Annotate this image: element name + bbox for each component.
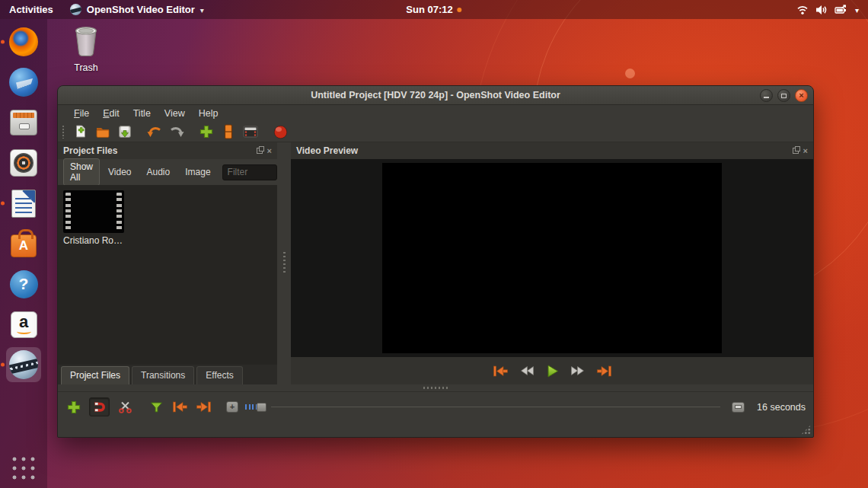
horizontal-splitter[interactable]	[58, 384, 813, 391]
open-project-button[interactable]	[94, 123, 111, 140]
tab-project-files[interactable]: Project Files	[61, 366, 129, 384]
slider-track	[271, 407, 720, 407]
dock-item-ubuntu-software[interactable]: A	[6, 226, 41, 261]
libreoffice-writer-icon	[11, 190, 36, 218]
fullscreen-button[interactable]	[242, 123, 259, 140]
new-project-icon	[74, 125, 88, 139]
menu-edit[interactable]: Edit	[96, 107, 126, 120]
trash-desktop-icon[interactable]: Trash	[64, 24, 108, 73]
undock-panel-icon[interactable]	[257, 148, 263, 154]
dock-item-thunderbird[interactable]	[6, 65, 41, 100]
filter-audio-button[interactable]: Audio	[140, 164, 177, 180]
minimize-button[interactable]	[760, 89, 773, 102]
trash-label: Trash	[64, 62, 108, 73]
clock-label: Sun 07:12	[406, 4, 452, 15]
maximize-button[interactable]	[777, 89, 790, 102]
menu-help[interactable]: Help	[192, 107, 225, 120]
dock-item-openshot[interactable]	[6, 347, 41, 382]
firefox-icon	[9, 27, 38, 56]
previous-marker-button[interactable]	[171, 399, 188, 416]
open-folder-icon	[96, 126, 110, 138]
close-panel-icon[interactable]	[267, 147, 272, 155]
system-status-area[interactable]	[796, 4, 868, 15]
tab-effects[interactable]: Effects	[196, 366, 242, 384]
tab-transitions[interactable]: Transitions	[132, 366, 194, 384]
rewind-icon	[520, 365, 535, 376]
fast-forward-button[interactable]	[570, 365, 585, 376]
menu-view[interactable]: View	[158, 107, 192, 120]
slider-filled-track	[245, 404, 257, 410]
openshot-icon	[70, 4, 81, 15]
add-marker-button[interactable]	[148, 399, 164, 416]
fast-forward-icon	[570, 365, 585, 376]
add-track-button[interactable]	[65, 399, 82, 416]
app-menu-button[interactable]: OpenShot Video Editor	[64, 4, 210, 15]
filter-image-button[interactable]: Image	[178, 164, 217, 180]
notification-dot-icon	[458, 8, 462, 12]
project-files-list[interactable]: Cristiano Ro…	[58, 185, 277, 365]
openshot-window: Untitled Project [HDV 720 24p] - OpenSho…	[57, 85, 814, 438]
dock-item-rhythmbox[interactable]	[6, 145, 41, 180]
redo-button[interactable]	[168, 123, 185, 140]
music-player-icon	[10, 149, 37, 177]
close-panel-icon[interactable]	[803, 147, 808, 155]
undo-button[interactable]	[146, 123, 163, 140]
razor-button[interactable]	[116, 399, 133, 416]
vertical-splitter[interactable]	[277, 142, 291, 384]
undock-panel-icon[interactable]	[793, 148, 799, 154]
jump-to-start-button[interactable]	[493, 365, 509, 377]
snapping-toggle-button[interactable]	[89, 397, 110, 416]
jump-end-icon	[596, 365, 612, 377]
dock-item-help[interactable]: ?	[6, 266, 41, 301]
dock-item-firefox[interactable]	[6, 24, 41, 59]
desktop: Activities OpenShot Video Editor Sun 07:…	[0, 0, 868, 488]
activities-button[interactable]: Activities	[0, 4, 64, 15]
save-project-button[interactable]	[116, 123, 133, 140]
menu-title[interactable]: Title	[126, 107, 158, 120]
filter-show-all-button[interactable]: Show All	[63, 158, 100, 186]
video-preview-title: Video Preview	[296, 145, 358, 156]
clock-button[interactable]: Sun 07:12	[406, 4, 461, 15]
choose-profile-button[interactable]	[220, 123, 237, 140]
play-button[interactable]	[546, 365, 559, 378]
export-video-button[interactable]	[272, 123, 289, 140]
dock-item-files[interactable]	[6, 105, 41, 140]
file-item[interactable]: Cristiano Ro…	[63, 190, 126, 246]
running-indicator-dot	[1, 40, 5, 44]
battery-icon	[834, 5, 848, 15]
window-titlebar[interactable]: Untitled Project [HDV 720 24p] - OpenSho…	[58, 86, 813, 105]
resize-grip[interactable]	[801, 425, 811, 435]
zoom-in-icon[interactable]: +	[226, 401, 238, 413]
wallpaper-dot	[625, 69, 635, 78]
jump-to-end-button[interactable]	[596, 365, 612, 377]
toolbar-grip-handle[interactable]	[62, 125, 65, 139]
video-canvas[interactable]	[382, 163, 722, 353]
close-button[interactable]	[795, 89, 808, 102]
menu-file[interactable]: File	[67, 107, 96, 120]
rewind-button[interactable]	[520, 365, 535, 376]
import-files-button[interactable]	[198, 123, 215, 140]
thunderbird-icon	[9, 68, 38, 97]
window-bottom-strip	[58, 422, 813, 437]
filter-video-button[interactable]: Video	[101, 164, 138, 180]
dock-item-libreoffice-writer[interactable]	[6, 186, 41, 221]
filter-input[interactable]	[222, 164, 277, 180]
dock-item-amazon[interactable]: a	[6, 307, 41, 342]
slider-handle[interactable]	[257, 403, 266, 412]
top-bar: Activities OpenShot Video Editor Sun 07:…	[0, 0, 868, 19]
chevron-down-icon	[200, 4, 204, 15]
dock-panels: Project Files Show All Video Audio Image	[58, 142, 813, 384]
playback-controls	[291, 357, 813, 384]
timeline-zoom-slider[interactable]	[245, 400, 725, 415]
play-icon	[546, 365, 559, 378]
new-project-button[interactable]	[72, 123, 89, 140]
file-manager-icon	[10, 110, 37, 136]
next-marker-icon	[196, 401, 212, 413]
next-marker-button[interactable]	[195, 399, 212, 416]
menu-bar: File Edit Title View Help	[58, 105, 813, 122]
project-files-panel: Project Files Show All Video Audio Image	[58, 142, 277, 384]
video-file-thumbnail	[63, 190, 124, 233]
jump-start-icon	[493, 365, 509, 377]
window-controls	[760, 89, 808, 102]
zoom-scale-icon[interactable]	[732, 402, 745, 413]
